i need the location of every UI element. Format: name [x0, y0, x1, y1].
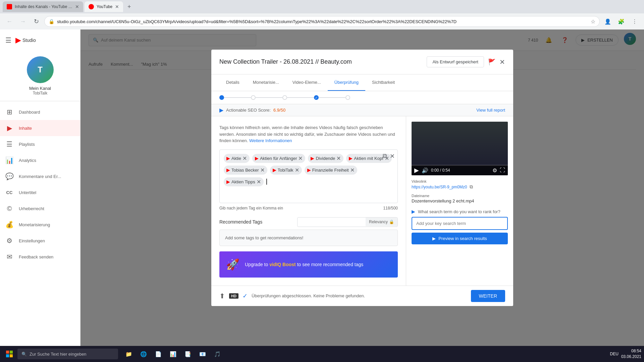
sidebar-item-kommentare[interactable]: 💬 Kommentare und Er...: [0, 168, 80, 184]
sidebar-item-einstellungen[interactable]: ⚙ Einstellungen: [0, 233, 80, 249]
tab-title-1: Inhalte des Kanals - YouTube St...: [15, 4, 72, 9]
sidebar-item-dashboard[interactable]: ⊞ Dashboard: [0, 104, 80, 120]
rec-tags-input[interactable]: [298, 218, 366, 227]
preview-results-button[interactable]: ▶ Preview in search results: [412, 233, 508, 244]
sidebar-item-playlists[interactable]: ☰ Playlists: [0, 136, 80, 152]
tags-info-link[interactable]: Weitere Informationen: [249, 138, 292, 143]
analytics-icon: 📊: [5, 156, 13, 164]
youtube-logo-icon: ▶: [15, 36, 21, 45]
seo-label: Actionable SEO Score:: [226, 108, 271, 113]
tab-close-2[interactable]: ✕: [115, 4, 119, 9]
upgrade-banner: 🚀 Upgrade to vidIQ Boost to see more rec…: [219, 251, 398, 278]
extensions-icon[interactable]: 🧩: [616, 16, 627, 27]
step-2: [251, 95, 256, 100]
tags-wrapper: ▶ Aktie ✕ ▶ Aktien für Anfänger ✕: [224, 154, 393, 186]
weiter-button[interactable]: WEITER: [471, 290, 505, 302]
taskbar-search[interactable]: 🔍 Zur Suche Text hier eingeben: [17, 349, 118, 359]
tab-ueberpruefung[interactable]: Überprüfung: [328, 74, 365, 91]
tags-container[interactable]: ⧉ ✕ ▶ Aktie ✕ ▶: [219, 149, 398, 203]
tag-dividende: ▶ Dividende ✕: [308, 154, 343, 163]
sidebar-item-monetarisierung[interactable]: 💰 Monetarisierung: [0, 217, 80, 233]
sidebar-item-untertitel[interactable]: CC Untertitel: [0, 184, 80, 200]
profile-icon[interactable]: 👤: [602, 16, 613, 27]
tab-details[interactable]: Details: [219, 74, 246, 91]
taskbar-explorer[interactable]: 📁: [122, 347, 136, 361]
tag-aktien-tipps: ▶ Aktien Tipps ✕: [224, 177, 264, 186]
tab-inhalte[interactable]: Inhalte des Kanals - YouTube St... ✕: [3, 1, 83, 12]
taskbar-outlook[interactable]: 📧: [196, 347, 209, 361]
videolink-value: https://youtu.be/SR-9_pm0Mz0 ⧉: [412, 184, 508, 190]
sidebar-item-urheberrecht[interactable]: © Urheberrecht: [0, 200, 80, 217]
tag-remove-aktie[interactable]: ✕: [243, 155, 247, 162]
lock-icon: 🔒: [389, 220, 394, 224]
step-1: [219, 95, 224, 100]
video-url[interactable]: https://youtu.be/SR-9_pm0Mz0: [412, 185, 467, 189]
draft-button[interactable]: Als Entwurf gespeichert: [427, 56, 484, 67]
volume-button[interactable]: 🔊: [422, 167, 428, 174]
back-button[interactable]: ←: [4, 16, 15, 27]
copy-link-button[interactable]: ⧉: [470, 184, 473, 190]
forward-button[interactable]: →: [17, 16, 28, 27]
tag-play-icon: ▶: [307, 167, 311, 173]
taskbar-chrome[interactable]: 🌐: [137, 347, 150, 361]
copy-tags-button[interactable]: ⧉: [383, 153, 387, 160]
sidebar-item-analytics[interactable]: 📊 Analytics: [0, 152, 80, 168]
start-button[interactable]: [3, 347, 16, 361]
preview-icon: ▶: [432, 236, 436, 241]
settings-menu-icon[interactable]: ⋮: [629, 16, 640, 27]
star-icon[interactable]: ☆: [591, 18, 595, 25]
view-report-link[interactable]: View full report: [476, 108, 505, 113]
channel-handle: TobiTalk: [33, 91, 47, 96]
tab-video-elemente[interactable]: Video-Eleme...: [286, 74, 328, 91]
close-modal-button[interactable]: ✕: [499, 58, 505, 66]
sidebar-item-inhalte[interactable]: ▶ Inhalte: [0, 120, 80, 136]
seo-banner: ▶ Actionable SEO Score: 6.9/50 View full…: [211, 104, 513, 116]
new-tab-button[interactable]: +: [124, 2, 134, 11]
tag-remove-freiheit[interactable]: ✕: [350, 167, 355, 173]
tab-youtube[interactable]: YouTube ✕: [85, 1, 123, 12]
tab-monetarisierung[interactable]: Monetarisie...: [246, 74, 286, 91]
fullscreen-icon[interactable]: ⛶: [500, 167, 505, 173]
video-settings-icon[interactable]: ⚙: [492, 167, 497, 174]
search-term-input[interactable]: [412, 217, 508, 230]
sidebar-header: ☰ ▶ Studio: [0, 29, 80, 51]
modal-header: New Collection Trailer - 26.08.2021 // B…: [211, 50, 513, 74]
step-line-4: [319, 97, 345, 98]
taskbar-excel[interactable]: 📊: [166, 347, 180, 361]
tag-finanzielle-freiheit: ▶ Finanzielle Freiheit ✕: [305, 166, 357, 175]
address-text[interactable]: studio.youtube.com/channel/UC6N5u-OiGz_u…: [57, 19, 588, 24]
refresh-button[interactable]: ↻: [31, 16, 42, 27]
tag-remove-tobias[interactable]: ✕: [260, 167, 265, 173]
tag-cursor: [266, 179, 267, 185]
tag-remove-dividende[interactable]: ✕: [336, 155, 341, 162]
tag-remove-tobitalk[interactable]: ✕: [295, 167, 299, 173]
taskbar: 🔍 Zur Suche Text hier eingeben 📁 🌐 📄 📊 📑…: [0, 346, 644, 362]
tags-description: Tags können hilfreich sein, wenn die Inh…: [219, 124, 398, 144]
flag-icon[interactable]: 🚩: [488, 58, 495, 66]
modal-right: ▶ 🔊 0:00 / 0:54 ⚙ ⛶ Videolink: [406, 116, 513, 286]
hd-badge: HD: [229, 293, 238, 299]
tab-close-1[interactable]: ✕: [75, 4, 79, 9]
tab-sichtbarkeit[interactable]: Sichtbarkeit: [365, 74, 401, 91]
tag-label: Tobias Becker: [231, 168, 259, 173]
clear-tags-button[interactable]: ✕: [390, 153, 395, 160]
sidebar-item-feedback[interactable]: ✉ Feedback senden: [0, 249, 80, 265]
taskbar-spotify[interactable]: 🎵: [211, 347, 224, 361]
tag-remove-tipps[interactable]: ✕: [257, 179, 261, 185]
taskbar-word[interactable]: 📄: [152, 347, 165, 361]
taskbar-time: 08:54: [621, 348, 641, 354]
tag-aktien-anfaenger: ▶ Aktien für Anfänger ✕: [252, 154, 306, 163]
tag-remove-aktien-anfaenger[interactable]: ✕: [298, 155, 303, 162]
step-progress: ✓: [211, 91, 513, 104]
taskbar-powerpoint[interactable]: 📑: [181, 347, 195, 361]
modal-header-actions: Als Entwurf gespeichert 🚩 ✕: [427, 56, 505, 67]
einstellungen-icon: ⚙: [5, 237, 13, 245]
hamburger-menu[interactable]: ☰: [5, 36, 11, 44]
address-bar[interactable]: 🔒 studio.youtube.com/channel/UC6N5u-OiGz…: [44, 16, 600, 27]
play-button[interactable]: ▶: [414, 167, 419, 174]
sidebar-label-playlists: Playlists: [19, 142, 35, 147]
vidiq-icon-small: ▶: [412, 209, 415, 214]
step-dot-3: [282, 95, 287, 100]
step-4: ✓: [314, 95, 319, 100]
vidiq-link[interactable]: vidIQ Boost: [269, 262, 296, 267]
